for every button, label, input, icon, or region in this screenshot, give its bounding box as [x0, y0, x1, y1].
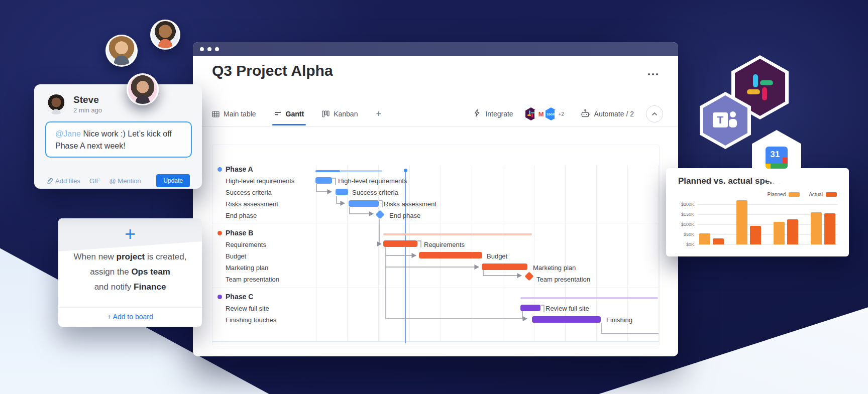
spend-chart-card: Planned vs. actual spend PlannedActual $… [666, 168, 849, 256]
integrate-bolt-icon [473, 109, 481, 119]
tab-kanban[interactable]: Kanban [322, 101, 358, 126]
avatar-jane [127, 73, 159, 105]
gantt-task-name[interactable]: Team presentation [226, 276, 279, 283]
comment-input[interactable]: @Jane Nice work :) Let’s kick off Phase … [45, 121, 192, 158]
plus-icon: + [58, 223, 202, 245]
comment-toolbar: Add files GIF @ Mention Update [46, 174, 190, 188]
tab-label: + [376, 109, 381, 119]
avatar-man [150, 20, 180, 50]
traffic-dot-icon [207, 47, 211, 51]
gantt-bar-label: Review full site [546, 305, 589, 312]
gantt-panel: Phase AHigh-level requirementsHigh-level… [212, 145, 660, 346]
view-tabs: Main tableGanttKanban+ [212, 101, 381, 126]
mention-chip[interactable]: @Jane [55, 129, 81, 138]
tab-label: Main table [224, 110, 256, 118]
gantt-bar[interactable] [383, 240, 417, 247]
mention-button[interactable]: @ Mention [110, 177, 141, 185]
gantt-group-label[interactable]: Phase C [226, 293, 253, 301]
gantt-group-label[interactable]: Phase B [226, 229, 253, 237]
gantt-bar[interactable] [349, 200, 379, 207]
tab-main-table[interactable]: Main table [212, 101, 256, 126]
group-color-dot [218, 231, 222, 235]
slack-icon [746, 73, 774, 101]
gantt-bar-label: Success criteria [352, 189, 398, 196]
gantt-bar[interactable] [315, 177, 332, 184]
tabs-divider [193, 126, 678, 127]
legend-item: Planned [768, 192, 800, 197]
gantt-bar-label: Budget [487, 252, 507, 260]
gantt-bar-label: Marketing plan [533, 264, 576, 272]
gantt-task-name[interactable]: Marketing plan [226, 264, 268, 272]
robot-icon [580, 109, 590, 119]
gantt-bar-label: Requirements [424, 241, 465, 248]
gantt-task-name[interactable]: Finishing touches [226, 316, 276, 324]
gif-button[interactable]: GIF [89, 177, 100, 185]
group-summary-bar-light [340, 170, 382, 172]
gantt-task-name[interactable]: Risks assessment [226, 200, 278, 208]
comment-timestamp: 2 min ago [73, 106, 102, 114]
automation-card: + When new project is created, assign th… [58, 218, 202, 327]
chart-bar-actual [824, 213, 835, 244]
gantt-task-name[interactable]: Success criteria [226, 189, 272, 196]
chart-gridline [697, 204, 838, 205]
gantt-bar-label: End phase [389, 212, 420, 219]
group-summary-bar [520, 297, 658, 299]
chart-legend: PlannedActual [768, 192, 837, 197]
chart-bar-actual [787, 219, 798, 244]
y-axis-tick-label: $150K [670, 212, 694, 217]
google-calendar-icon: 31 [766, 147, 788, 169]
chart-bar-planned [699, 233, 710, 244]
traffic-dot-icon [200, 47, 204, 51]
board-title: Q3 Project Alpha [212, 62, 333, 79]
automate-button[interactable]: Automate / 2 [580, 109, 634, 119]
integrate-label: Integrate [485, 110, 513, 118]
more-options-icon[interactable] [648, 73, 658, 75]
window-titlebar [193, 42, 678, 56]
chart-bar-planned [811, 212, 822, 244]
gantt-bar[interactable] [482, 264, 527, 270]
microsoft-teams-icon: T [712, 109, 739, 132]
add-to-board-button[interactable]: + Add to board [58, 313, 202, 321]
gantt-bar[interactable] [336, 189, 348, 195]
update-button[interactable]: Update [156, 174, 190, 187]
chart-bar-planned [774, 222, 785, 244]
paperclip-icon [46, 177, 53, 184]
chart-bar-actual [750, 226, 761, 244]
gantt-icon [274, 111, 282, 117]
add-files-button[interactable]: Add files [46, 177, 80, 185]
group-summary-bar [315, 170, 340, 172]
automation-token-finance[interactable]: Finance [134, 282, 166, 292]
tab-gantt[interactable]: Gantt [274, 101, 304, 126]
tab-label: Gantt [286, 110, 304, 118]
gantt-task-name[interactable]: Requirements [226, 241, 266, 248]
integrate-button[interactable]: Integrate M zoom +2 [473, 106, 568, 121]
integration-badges: M zoom +2 [520, 106, 568, 121]
y-axis-tick-label: $100K [670, 222, 694, 227]
gantt-group-label[interactable]: Phase A [226, 165, 253, 173]
automation-token-ops-team[interactable]: Ops team [131, 267, 170, 277]
automation-token-project[interactable]: project [117, 252, 145, 261]
gantt-bar-label: Finishing [606, 316, 632, 324]
legend-swatch [826, 192, 837, 197]
table-icon [212, 111, 220, 117]
group-color-dot [218, 167, 222, 172]
group-color-dot [218, 295, 222, 299]
more-integrations-badge[interactable]: +2 [555, 106, 568, 121]
gantt-task-name[interactable]: High-level requirements [226, 177, 294, 185]
gantt-task-name[interactable]: Budget [226, 252, 246, 260]
gantt-bar[interactable] [520, 305, 540, 311]
gantt-task-name[interactable]: End phase [226, 212, 257, 219]
avatar-woman [105, 35, 138, 67]
stage: Q3 Project Alpha Main tableGanttKanban+ … [0, 0, 868, 394]
chart-bar-actual [713, 238, 724, 244]
gantt-task-name[interactable]: Review full site [226, 305, 269, 312]
tab--[interactable]: + [376, 101, 381, 126]
gantt-bar[interactable] [419, 252, 482, 258]
comment-author: Steve [73, 94, 99, 105]
divider [58, 307, 202, 308]
chart-gridline [697, 244, 838, 245]
traffic-dot-icon [215, 47, 219, 51]
collapse-header-button[interactable] [646, 105, 663, 122]
gantt-bar[interactable] [532, 316, 601, 323]
y-axis-tick-label: $0K [670, 242, 694, 247]
